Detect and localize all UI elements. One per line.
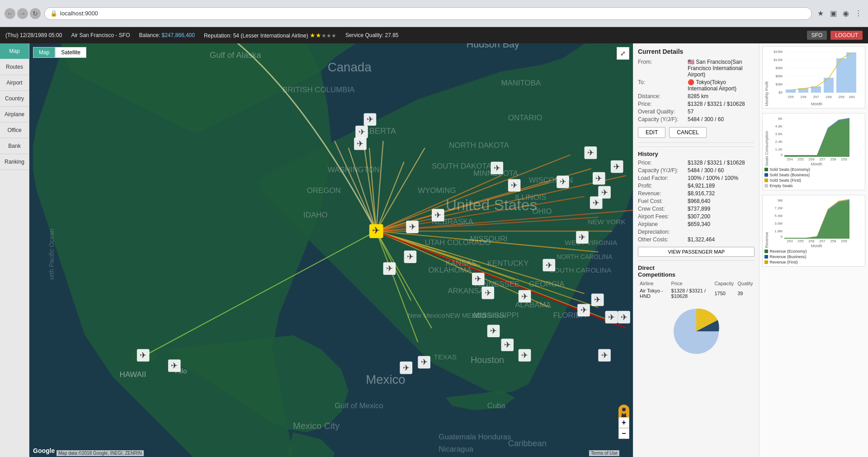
sidebar-item-office[interactable]: Office	[0, 122, 29, 138]
reload-button[interactable]: ↻	[30, 8, 41, 19]
svg-text:BRITISH COLUMBIA: BRITISH COLUMBIA	[283, 85, 355, 94]
passenger-map-button[interactable]: VIEW PASSENGER MAP	[638, 247, 755, 257]
svg-text:3.6M: 3.6M	[775, 221, 783, 226]
history-other-row: Other Costs: $1,322,464	[638, 236, 755, 243]
sidebar-item-airplane[interactable]: Airplane	[0, 107, 29, 122]
from-flag: 🇺🇸	[688, 59, 694, 65]
sfo-button[interactable]: SFO	[807, 31, 827, 40]
sidebar-item-airport[interactable]: Airport	[0, 75, 29, 91]
user-icon[interactable]: ◉	[841, 9, 851, 19]
star-icon[interactable]: ★	[816, 9, 826, 19]
menu-icon[interactable]: ⋮	[854, 9, 863, 19]
svg-text:0: 0	[781, 235, 783, 239]
cancel-button[interactable]: CANCEL	[669, 127, 707, 138]
svg-text:259: 259	[841, 239, 848, 242]
sidebar-item-map[interactable]: Map	[0, 43, 29, 59]
history-airplane-row: Airplane $659,340	[638, 221, 755, 227]
revenue-legend-first: Revenue (First)	[764, 260, 863, 264]
zoom-in-button[interactable]: +	[618, 417, 629, 428]
history-airport-row: Airport Fees: $307,200	[638, 213, 755, 220]
svg-text:✈: ✈	[613, 162, 620, 171]
history-other: $1,322,464	[688, 236, 715, 243]
quality-row: Overall Quality: 57	[638, 108, 755, 115]
top-bar-actions: SFO LOGOUT	[807, 31, 863, 40]
capacity-row: Capacity (Y/J/F): 5484 / 300 / 60	[638, 116, 755, 122]
svg-text:OHIO: OHIO	[533, 207, 552, 216]
action-buttons: EDIT CANCEL	[638, 127, 755, 138]
svg-text:NORTH CAROLINA: NORTH CAROLINA	[557, 253, 613, 260]
seats-chart: Seats Consumption 6K 4.8K 3.6K 2.4K 1.2K…	[762, 113, 865, 190]
svg-text:1.8M: 1.8M	[775, 229, 783, 233]
sidebar-item-ranking[interactable]: Ranking	[0, 154, 29, 170]
zoom-out-button[interactable]: −	[618, 428, 629, 439]
svg-text:orth Pacific Ocean: orth Pacific Ocean	[48, 229, 55, 280]
svg-text:SOUTH CAROLINA: SOUTH CAROLINA	[550, 266, 612, 274]
map-zoom-controls: + −	[618, 417, 629, 439]
seats-y-label: Seats Consumption	[764, 115, 769, 166]
logout-button[interactable]: LOGOUT	[830, 31, 863, 40]
svg-text:✈: ✈	[140, 350, 146, 360]
map-tab-map[interactable]: Map	[33, 47, 55, 58]
edit-button[interactable]: EDIT	[638, 127, 665, 138]
svg-text:258: 258	[826, 95, 832, 99]
sidebar-item-country[interactable]: Country	[0, 91, 29, 107]
history-depreciation-row: Depreciation:	[638, 229, 755, 235]
svg-text:✈: ✈	[521, 350, 528, 360]
svg-text:LOUISIANA: LOUISIANA	[472, 312, 505, 319]
svg-text:WISCONSIN: WISCONSIN	[529, 176, 573, 184]
sidebar: Map Routes Airport Country Airplane Offi…	[0, 43, 29, 457]
back-button[interactable]: ←	[5, 8, 15, 19]
svg-text:259: 259	[839, 95, 845, 99]
competition-table: Airline Price Capacity Quality Air Tokyo…	[638, 280, 755, 300]
map-area[interactable]: ✈ ✈ ✈ ✈ ✈ ✈ ✈ ✈	[29, 43, 633, 457]
right-panel: Current Details From: 🇺🇸 San Francisco(S…	[633, 43, 868, 457]
sidebar-item-routes[interactable]: Routes	[0, 59, 29, 75]
svg-text:258: 258	[830, 157, 837, 160]
svg-text:HAWAII: HAWAII	[119, 370, 146, 379]
svg-text:IDAHO: IDAHO	[303, 211, 327, 219]
svg-text:Guatemala Honduras: Guatemala Honduras	[439, 433, 511, 441]
address-bar[interactable]: 🔒 localhost:9000	[44, 7, 812, 20]
service-quality: Service Quality: 27.85	[345, 32, 398, 38]
svg-text:Canada: Canada	[328, 60, 372, 74]
svg-text:MANITOBA: MANITOBA	[501, 79, 541, 87]
svg-text:259: 259	[841, 157, 848, 160]
svg-text:✈: ✈	[621, 312, 627, 322]
price-row: Price: $1328 / $3321 / $10628	[638, 101, 755, 107]
svg-text:Gulf of Alaska: Gulf of Alaska	[210, 50, 261, 60]
svg-text:✈: ✈	[403, 363, 410, 372]
svg-text:Hudson Bay: Hudson Bay	[467, 43, 519, 50]
revenue-legend-economy: Revenue (Economy)	[764, 249, 863, 254]
history-load-row: Load Factor: 100% / 100% / 100%	[638, 175, 755, 181]
map-svg: ✈ ✈ ✈ ✈ ✈ ✈ ✈ ✈	[29, 43, 633, 457]
map-terms[interactable]: Terms of Use	[589, 450, 619, 456]
map-type-controls: Map Satellite	[33, 47, 86, 58]
charts-panel: Monthly Profit $15M $12M $9M $6M $3M $0	[760, 43, 868, 457]
svg-text:✈: ✈	[504, 340, 511, 349]
svg-point-121	[622, 408, 626, 411]
forward-button[interactable]: →	[17, 8, 28, 19]
direct-title: Direct Competitions	[638, 264, 755, 278]
extension-icon[interactable]: ▣	[828, 9, 838, 19]
profit-y-label: Monthly Profit	[764, 48, 769, 106]
svg-text:255: 255	[798, 157, 804, 160]
main-layout: Map Routes Airport Country Airplane Offi…	[0, 43, 868, 457]
sidebar-item-bank[interactable]: Bank	[0, 138, 29, 154]
url-text: localhost:9000	[60, 10, 98, 17]
svg-text:$3M: $3M	[776, 82, 783, 86]
to-flag: 🔴	[688, 79, 694, 85]
map-expand-button[interactable]: ⤢	[617, 47, 629, 60]
history-price-row: Price: $1328 / $3321 / $10628	[638, 160, 755, 166]
svg-text:FLORIDA: FLORIDA	[553, 311, 587, 320]
svg-marker-153	[784, 119, 849, 157]
svg-text:✈: ✈	[593, 198, 599, 207]
map-tab-satellite[interactable]: Satellite	[55, 47, 86, 58]
current-details-title: Current Details	[638, 48, 755, 55]
price-value: $1328 / $3321 / $10628	[688, 101, 745, 107]
seats-legend-first: Sold Seats (First)	[764, 178, 863, 183]
svg-text:2.4K: 2.4K	[775, 140, 783, 144]
svg-text:254: 254	[787, 157, 793, 160]
history-profit: $4,921,189	[688, 183, 715, 189]
competition-row: Air Tokyo - HND $1328 / $3321 / $10628 1…	[638, 287, 755, 300]
svg-text:ALBERTA: ALBERTA	[359, 126, 396, 136]
